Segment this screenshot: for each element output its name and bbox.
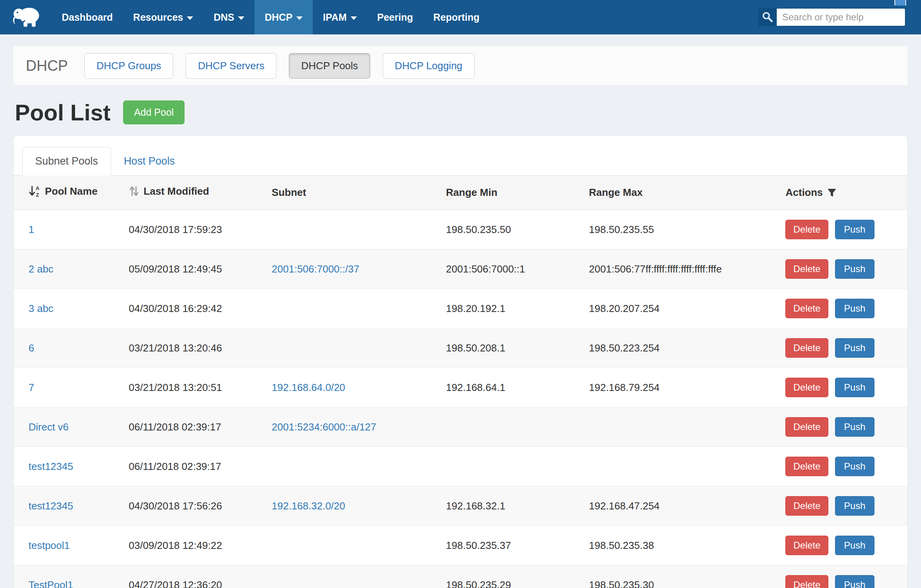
search-input[interactable] (776, 8, 905, 26)
push-button[interactable]: Push (835, 220, 874, 239)
actions-cell: Delete Push (778, 210, 907, 249)
cutoff-ui-fragment (894, 0, 906, 5)
range-min-cell (438, 407, 581, 447)
push-button[interactable]: Push (835, 338, 874, 358)
nav-item-ipam[interactable]: IPAM (313, 0, 367, 34)
th-actions: Actions (778, 176, 907, 210)
delete-button[interactable]: Delete (785, 536, 828, 555)
delete-button[interactable]: Delete (785, 378, 828, 397)
pool-name-link[interactable]: test12345 (29, 500, 73, 512)
last-modified-cell: 04/27/2018 12:36:20 (121, 565, 264, 588)
range-max-cell: 198.50.223.254 (581, 328, 778, 368)
last-modified-cell: 05/09/2018 12:49:45 (121, 249, 264, 289)
range-max-cell: 198.50.235.30 (581, 565, 778, 588)
push-button[interactable]: Push (835, 299, 874, 318)
table-row: Direct v6 06/11/2018 02:39:17 2001:5234:… (14, 407, 907, 447)
tab-host-pools[interactable]: Host Pools (111, 147, 188, 176)
dhcp-servers-button[interactable]: DHCP Servers (186, 53, 276, 79)
top-navbar: Dashboard Resources DNS DHCP IPAM Peerin… (0, 0, 921, 34)
push-button[interactable]: Push (835, 496, 874, 516)
pool-name-link[interactable]: 7 (29, 382, 34, 393)
funnel-filter-icon[interactable] (827, 188, 837, 198)
caret-down-icon (351, 16, 357, 20)
table-row: 1 04/30/2018 17:59:23 198.50.235.50 198.… (14, 210, 907, 249)
subnet-cell (264, 210, 438, 249)
table-row: test12345 06/11/2018 02:39:17 Delete Pus… (14, 447, 907, 486)
nav-item-reporting[interactable]: Reporting (423, 0, 489, 34)
delete-button[interactable]: Delete (785, 457, 828, 476)
svg-text:A: A (36, 185, 39, 191)
pool-name-link[interactable]: 3 abc (29, 303, 54, 314)
tab-subnet-pools[interactable]: Subnet Pools (22, 147, 111, 176)
push-button[interactable]: Push (835, 259, 874, 279)
delete-button[interactable]: Delete (785, 575, 828, 588)
delete-button[interactable]: Delete (785, 417, 828, 437)
last-modified-cell: 04/30/2018 17:56:26 (121, 486, 264, 526)
sort-updown-icon[interactable] (129, 185, 140, 197)
pool-name-link[interactable]: 6 (29, 342, 34, 354)
dhcp-pools-button[interactable]: DHCP Pools (289, 53, 370, 79)
push-button[interactable]: Push (835, 378, 874, 397)
subnet-cell: 192.168.32.0/20 (264, 486, 438, 526)
th-pool-name[interactable]: A Z Pool Name (14, 176, 121, 210)
actions-cell: Delete Push (778, 407, 907, 447)
last-modified-cell: 06/11/2018 02:39:17 (121, 447, 264, 486)
page-title: Pool List (15, 99, 111, 125)
dhcp-logging-button[interactable]: DHCP Logging (383, 53, 475, 79)
pool-name-link[interactable]: 1 (29, 224, 34, 235)
pool-name-cell: 2 abc (14, 249, 121, 289)
actions-cell: Delete Push (778, 565, 907, 588)
delete-button[interactable]: Delete (785, 259, 828, 279)
pool-name-link[interactable]: test12345 (29, 461, 73, 472)
navbar-search (758, 8, 905, 26)
add-pool-button[interactable]: Add Pool (123, 100, 185, 124)
pool-name-cell: 3 abc (14, 289, 121, 328)
nav-item-resources[interactable]: Resources (123, 0, 204, 34)
subnet-cell (264, 447, 438, 486)
push-button[interactable]: Push (835, 417, 874, 437)
range-max-cell: 192.168.79.254 (581, 368, 778, 407)
pool-name-cell: Direct v6 (14, 407, 121, 447)
subnet-cell: 2001:506:7000::/37 (264, 249, 438, 289)
pool-name-link[interactable]: TestPool1 (29, 579, 73, 588)
table-row: TestPool1 04/27/2018 12:36:20 198.50.235… (14, 565, 907, 588)
nav-item-dhcp[interactable]: DHCP (254, 0, 313, 34)
subnet-link[interactable]: 192.168.64.0/20 (272, 382, 345, 393)
delete-button[interactable]: Delete (785, 299, 828, 318)
pool-name-cell: 7 (14, 368, 121, 407)
push-button[interactable]: Push (835, 457, 874, 476)
range-max-cell: 2001:506:77ff:ffff:ffff:ffff:ffff:fffe (581, 249, 778, 289)
brand-logo[interactable] (11, 4, 43, 30)
pool-name-cell: TestPool1 (14, 565, 121, 588)
range-min-cell: 192.168.32.1 (438, 486, 581, 526)
range-max-cell (581, 407, 778, 447)
pool-list-card: Subnet Pools Host Pools A Z (13, 136, 908, 588)
range-max-cell: 192.168.47.254 (581, 486, 778, 526)
pool-name-link[interactable]: 2 abc (29, 263, 54, 275)
delete-button[interactable]: Delete (785, 220, 828, 239)
subnet-link[interactable]: 192.168.32.0/20 (272, 500, 345, 512)
nav-item-dashboard[interactable]: Dashboard (52, 0, 123, 34)
search-button[interactable] (758, 8, 776, 26)
nav-item-peering[interactable]: Peering (367, 0, 423, 34)
sort-alpha-asc-icon[interactable]: A Z (29, 185, 41, 197)
actions-cell: Delete Push (778, 328, 907, 368)
delete-button[interactable]: Delete (785, 496, 828, 516)
dhcp-groups-button[interactable]: DHCP Groups (84, 53, 174, 79)
dhcp-subnav: DHCP DHCP Groups DHCP Servers DHCP Pools… (13, 46, 908, 85)
pool-name-link[interactable]: testpool1 (29, 540, 70, 551)
subnet-link[interactable]: 2001:5234:6000::a/127 (272, 421, 376, 433)
th-last-modified[interactable]: Last Modified (121, 176, 264, 210)
range-min-cell: 198.50.235.29 (438, 565, 581, 588)
subnet-cell (264, 565, 438, 588)
push-button[interactable]: Push (835, 536, 874, 555)
nav-item-dns[interactable]: DNS (203, 0, 254, 34)
range-max-cell: 198.20.207.254 (581, 289, 778, 328)
push-button[interactable]: Push (835, 575, 874, 588)
th-range-min: Range Min (438, 176, 581, 210)
delete-button[interactable]: Delete (785, 338, 828, 358)
pool-name-link[interactable]: Direct v6 (29, 421, 69, 433)
subnet-link[interactable]: 2001:506:7000::/37 (272, 263, 359, 275)
last-modified-cell: 04/30/2018 16:29:42 (121, 289, 264, 328)
range-min-cell: 2001:506:7000::1 (438, 249, 581, 289)
